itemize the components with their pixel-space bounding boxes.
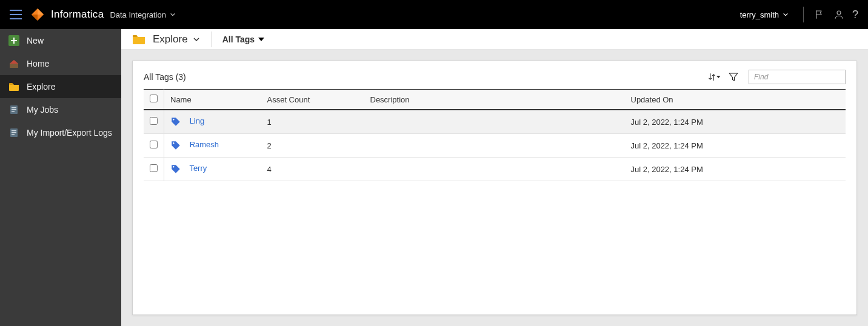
dropdown-caret-icon[interactable] [258, 38, 264, 41]
breadcrumb-filter[interactable]: All Tags [222, 35, 255, 44]
svg-rect-9 [12, 111, 15, 112]
sort-icon[interactable] [707, 70, 721, 84]
col-header-name[interactable]: Name [164, 90, 261, 110]
svg-rect-8 [12, 109, 16, 110]
menu-toggle-icon[interactable] [10, 10, 22, 19]
clipboard-icon [8, 127, 19, 138]
row-checkbox[interactable] [150, 164, 158, 172]
svg-marker-1 [38, 8, 44, 15]
sidebar-item-home[interactable]: Home [0, 52, 121, 75]
informatica-logo-icon [30, 7, 45, 22]
main-area: Explore All Tags All Tags (3) [121, 29, 868, 326]
breadcrumb-root[interactable]: Explore [153, 33, 188, 45]
clipboard-icon [8, 104, 19, 115]
svg-rect-13 [12, 134, 15, 135]
product-name[interactable]: Data Integration [110, 10, 166, 19]
select-all-checkbox[interactable] [150, 95, 158, 102]
folder-icon [132, 34, 145, 45]
tag-icon [170, 116, 181, 127]
col-header-description[interactable]: Description [364, 90, 625, 110]
svg-rect-12 [12, 132, 16, 133]
brand-name: Informatica [51, 8, 104, 21]
sidebar-item-label: My Jobs [27, 105, 58, 115]
cell-asset-count: 2 [261, 134, 364, 158]
home-icon [8, 58, 19, 69]
flag-icon[interactable] [813, 8, 826, 21]
sidebar-item-new[interactable]: New [0, 29, 121, 52]
sidebar-item-label: Home [27, 59, 49, 68]
divider [803, 7, 804, 22]
svg-marker-2 [32, 15, 38, 21]
top-bar: Informatica Data Integration terry_smith… [0, 0, 868, 29]
folder-icon [8, 81, 19, 92]
tag-name-link[interactable]: Ramesh [190, 140, 219, 149]
breadcrumb-bar: Explore All Tags [121, 29, 868, 50]
tag-icon [170, 164, 181, 175]
sidebar-item-label: My Import/Export Logs [27, 128, 112, 138]
cell-updated-on: Jul 2, 2022, 1:24 PM [625, 158, 846, 181]
find-input[interactable] [749, 70, 846, 84]
sidebar-item-label: New [27, 36, 44, 45]
help-icon[interactable]: ? [852, 8, 858, 21]
table-row[interactable]: Ling 1 Jul 2, 2022, 1:24 PM [144, 110, 846, 134]
svg-point-3 [837, 11, 841, 15]
sidebar-item-explore[interactable]: Explore [0, 75, 121, 98]
cell-description [364, 110, 625, 134]
cell-updated-on: Jul 2, 2022, 1:24 PM [625, 134, 846, 158]
chevron-down-icon [783, 12, 789, 18]
svg-rect-7 [12, 107, 16, 108]
col-header-updated-on[interactable]: Updated On [625, 90, 846, 110]
table-row[interactable]: Terry 4 Jul 2, 2022, 1:24 PM [144, 158, 846, 181]
product-dropdown-icon[interactable] [170, 12, 176, 18]
svg-rect-5 [9, 83, 13, 85]
filter-icon[interactable] [727, 70, 740, 84]
sidebar-item-importexport[interactable]: My Import/Export Logs [0, 121, 121, 144]
panel-title: All Tags (3) [144, 72, 186, 82]
user-menu[interactable]: terry_smith [740, 10, 789, 19]
chevron-down-icon[interactable] [193, 36, 200, 43]
divider [211, 32, 212, 47]
svg-point-17 [173, 166, 174, 167]
cell-description [364, 158, 625, 181]
content-panel: All Tags (3) Name [132, 61, 857, 315]
svg-rect-14 [133, 35, 137, 37]
svg-rect-11 [12, 130, 16, 131]
sidebar-item-label: Explore [27, 82, 55, 91]
row-checkbox[interactable] [150, 117, 158, 125]
tag-icon [170, 140, 181, 151]
row-checkbox[interactable] [150, 141, 158, 148]
sidebar: New Home Explore My Jobs My Import/Expor… [0, 29, 121, 326]
sidebar-item-myjobs[interactable]: My Jobs [0, 98, 121, 121]
plus-icon [8, 35, 19, 46]
col-header-asset-count[interactable]: Asset Count [261, 90, 364, 110]
tags-table: Name Asset Count Description Updated On [144, 89, 846, 181]
tag-name-link[interactable]: Terry [189, 164, 207, 173]
user-icon[interactable] [833, 8, 845, 21]
user-name: terry_smith [740, 10, 779, 19]
cell-description [364, 134, 625, 158]
svg-point-16 [173, 142, 174, 144]
table-row[interactable]: Ramesh 2 Jul 2, 2022, 1:24 PM [144, 134, 846, 158]
svg-point-15 [173, 119, 174, 120]
cell-updated-on: Jul 2, 2022, 1:24 PM [625, 110, 846, 134]
tag-name-link[interactable]: Ling [190, 116, 205, 125]
cell-asset-count: 4 [261, 158, 364, 181]
cell-asset-count: 1 [261, 110, 364, 134]
